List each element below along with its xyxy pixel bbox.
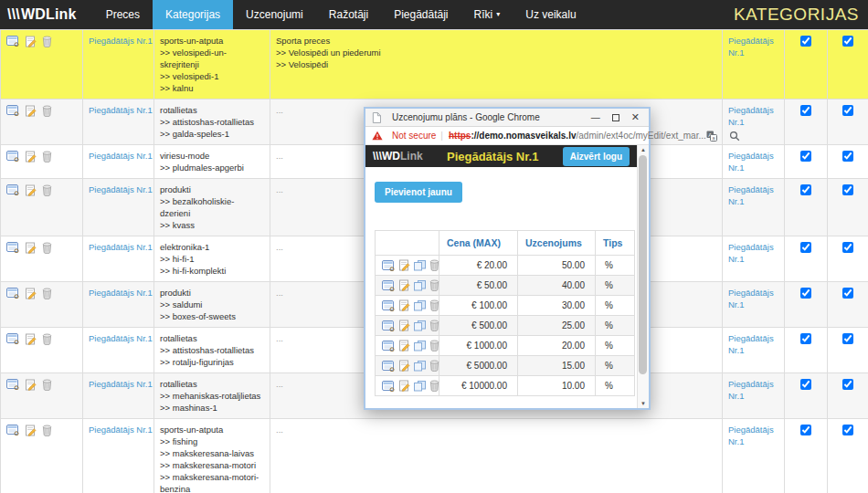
- view-icon[interactable]: [382, 260, 395, 271]
- popup-scrollbar[interactable]: ▲ ▼: [637, 145, 649, 408]
- delete-icon[interactable]: [42, 105, 52, 117]
- view-icon[interactable]: [6, 333, 19, 344]
- view-icon[interactable]: [6, 379, 19, 390]
- edit-icon[interactable]: [25, 151, 37, 163]
- delete-icon[interactable]: [429, 380, 439, 392]
- supplier-link[interactable]: Piegādātājs Nr.1: [728, 184, 774, 206]
- edit-icon[interactable]: [398, 320, 410, 331]
- edit-icon[interactable]: [25, 379, 37, 391]
- nav-item-preces[interactable]: Preces: [93, 0, 153, 29]
- delete-icon[interactable]: [429, 299, 439, 311]
- copy-icon[interactable]: [414, 361, 426, 372]
- delete-icon[interactable]: [429, 279, 439, 291]
- view-icon[interactable]: [6, 288, 19, 299]
- copy-icon[interactable]: [414, 300, 426, 311]
- status-checkbox-1[interactable]: [800, 425, 811, 435]
- edit-icon[interactable]: [398, 259, 410, 271]
- status-checkbox-1[interactable]: [800, 105, 811, 116]
- supplier-link[interactable]: Piegādātājs Nr.1: [728, 425, 774, 446]
- view-icon[interactable]: [382, 361, 395, 372]
- status-checkbox-2[interactable]: [842, 105, 853, 116]
- copy-icon[interactable]: [414, 381, 426, 392]
- view-icon[interactable]: [382, 280, 395, 291]
- nav-item-pieg-d-t-ji[interactable]: Piegādātāji: [381, 0, 460, 29]
- view-icon[interactable]: [382, 341, 395, 351]
- nav-item-kategorijas[interactable]: Kategorijas: [153, 0, 233, 29]
- status-checkbox-1[interactable]: [800, 36, 811, 47]
- delete-icon[interactable]: [429, 340, 439, 351]
- supplier-link[interactable]: Piegādātājs Nr.1: [89, 333, 153, 343]
- url-text[interactable]: https://demo.nomasveikals.lv/admin/ext4o…: [449, 131, 706, 141]
- supplier-link[interactable]: Piegādātājs Nr.1: [89, 288, 153, 298]
- copy-icon[interactable]: [414, 320, 426, 331]
- view-icon[interactable]: [382, 300, 395, 311]
- status-checkbox-2[interactable]: [842, 242, 853, 253]
- delete-icon[interactable]: [42, 425, 52, 436]
- view-icon[interactable]: [6, 36, 19, 47]
- status-checkbox-1[interactable]: [800, 288, 811, 299]
- supplier-link[interactable]: Piegādātājs Nr.1: [728, 379, 774, 401]
- supplier-link[interactable]: Piegādātājs Nr.1: [728, 151, 774, 173]
- supplier-link[interactable]: Piegādātājs Nr.1: [89, 151, 153, 161]
- nav-item-uzcenojumi[interactable]: Uzcenojumi: [233, 0, 316, 29]
- status-checkbox-2[interactable]: [842, 36, 853, 47]
- delete-icon[interactable]: [429, 360, 439, 372]
- popup-title-bar[interactable]: Uzcenojumu plāns - Google Chrome — ✕: [365, 109, 649, 127]
- zoom-icon[interactable]: [729, 131, 740, 142]
- status-checkbox-2[interactable]: [842, 425, 853, 435]
- status-checkbox-2[interactable]: [842, 151, 853, 162]
- status-checkbox-2[interactable]: [842, 379, 853, 390]
- edit-icon[interactable]: [398, 360, 410, 372]
- delete-icon[interactable]: [42, 288, 52, 299]
- edit-icon[interactable]: [25, 288, 37, 299]
- close-icon[interactable]: ✕: [631, 112, 640, 122]
- scroll-up-icon[interactable]: ▲: [638, 147, 649, 152]
- supplier-link[interactable]: Piegādātājs Nr.1: [89, 242, 153, 252]
- edit-icon[interactable]: [25, 425, 37, 436]
- view-icon[interactable]: [382, 320, 395, 331]
- supplier-link[interactable]: Piegādātājs Nr.1: [728, 105, 774, 127]
- close-window-button[interactable]: Aizvērt logu: [563, 147, 630, 166]
- supplier-link[interactable]: Piegādātājs Nr.1: [89, 105, 153, 115]
- delete-icon[interactable]: [42, 333, 52, 345]
- view-icon[interactable]: [6, 105, 19, 116]
- copy-icon[interactable]: [414, 280, 426, 291]
- edit-icon[interactable]: [25, 36, 37, 47]
- edit-icon[interactable]: [25, 105, 37, 117]
- supplier-link[interactable]: Piegādātājs Nr.1: [728, 242, 774, 264]
- edit-icon[interactable]: [398, 279, 410, 291]
- maximize-icon[interactable]: [612, 114, 619, 121]
- edit-icon[interactable]: [398, 380, 410, 392]
- view-icon[interactable]: [382, 381, 395, 392]
- edit-icon[interactable]: [25, 242, 37, 254]
- status-checkbox-2[interactable]: [842, 184, 853, 195]
- scrollbar-thumb[interactable]: [639, 155, 647, 374]
- delete-icon[interactable]: [42, 184, 52, 196]
- status-checkbox-2[interactable]: [842, 333, 853, 344]
- status-checkbox-2[interactable]: [842, 288, 853, 299]
- supplier-link[interactable]: Piegādātājs Nr.1: [728, 36, 774, 58]
- supplier-link[interactable]: Piegādātājs Nr.1: [728, 288, 774, 309]
- status-checkbox-1[interactable]: [800, 151, 811, 162]
- app-logo[interactable]: \\\WDLink: [0, 0, 93, 29]
- view-icon[interactable]: [6, 184, 19, 195]
- supplier-link[interactable]: Piegādātājs Nr.1: [89, 184, 153, 194]
- view-icon[interactable]: [6, 425, 19, 435]
- delete-icon[interactable]: [429, 320, 439, 331]
- supplier-link[interactable]: Piegādātājs Nr.1: [89, 379, 153, 389]
- status-checkbox-1[interactable]: [800, 184, 811, 195]
- delete-icon[interactable]: [42, 379, 52, 391]
- view-icon[interactable]: [6, 242, 19, 253]
- supplier-link[interactable]: Piegādātājs Nr.1: [89, 36, 153, 46]
- status-checkbox-1[interactable]: [800, 333, 811, 344]
- copy-icon[interactable]: [414, 260, 426, 271]
- add-new-button[interactable]: Pievienot jaunu: [375, 182, 462, 203]
- status-checkbox-1[interactable]: [800, 379, 811, 390]
- scroll-down-icon[interactable]: ▼: [638, 401, 649, 406]
- delete-icon[interactable]: [429, 259, 439, 271]
- delete-icon[interactable]: [42, 36, 52, 47]
- status-checkbox-1[interactable]: [800, 242, 811, 253]
- delete-icon[interactable]: [42, 242, 52, 254]
- minimize-icon[interactable]: —: [591, 113, 600, 122]
- edit-icon[interactable]: [25, 184, 37, 196]
